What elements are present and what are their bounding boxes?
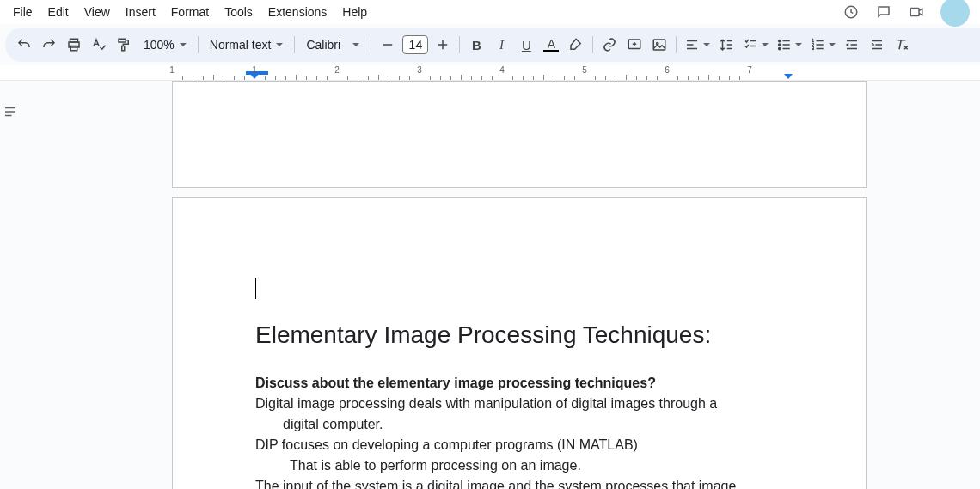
menu-tools[interactable]: Tools: [217, 2, 260, 22]
text-color-button[interactable]: A: [539, 33, 563, 57]
add-comment-button[interactable]: [622, 33, 646, 57]
font-size-increase-button[interactable]: [431, 33, 455, 57]
undo-button[interactable]: [12, 33, 36, 57]
font-size-decrease-button[interactable]: [376, 33, 400, 57]
menu-help[interactable]: Help: [334, 2, 375, 22]
ruler-tick: [213, 75, 214, 80]
chevron-down-icon: [703, 43, 710, 46]
paragraph-style-select[interactable]: Normal text: [203, 33, 291, 57]
bold-button[interactable]: B: [464, 33, 488, 57]
zoom-select[interactable]: 100%: [137, 33, 193, 57]
ruler-tick: [378, 75, 379, 80]
underline-button[interactable]: U: [514, 33, 538, 57]
separator: [198, 36, 199, 53]
ruler-number: 1: [169, 65, 175, 75]
toolbar: 100% Normal text Calibri 14 B I U A: [5, 28, 980, 62]
separator: [371, 36, 371, 53]
meet-icon[interactable]: [908, 3, 925, 21]
menu-format[interactable]: Format: [163, 2, 217, 22]
zoom-value: 100%: [144, 38, 175, 52]
insert-image-button[interactable]: [647, 33, 671, 57]
right-indent-marker[interactable]: [784, 74, 793, 79]
svg-rect-6: [122, 46, 125, 51]
ruler-tick: [193, 76, 193, 80]
ruler-number: 6: [665, 65, 670, 75]
doc-paragraph: digital computer.: [255, 414, 783, 435]
spellcheck-button[interactable]: [87, 33, 111, 57]
ruler-tick: [646, 76, 647, 80]
ruler-tick: [450, 76, 451, 80]
print-button[interactable]: [62, 33, 86, 57]
ruler-tick: [316, 76, 317, 80]
align-button[interactable]: [681, 33, 714, 57]
decrease-indent-button[interactable]: [840, 33, 864, 57]
highlight-button[interactable]: [564, 33, 588, 57]
menu-edit[interactable]: Edit: [40, 2, 77, 22]
ruler-tick: [265, 76, 266, 80]
history-icon[interactable]: [842, 3, 860, 21]
ruler-tick: [677, 76, 678, 80]
bulleted-list-button[interactable]: [773, 33, 805, 57]
ruler-tick: [327, 76, 328, 80]
ruler-tick: [182, 76, 183, 80]
clear-formatting-button[interactable]: [890, 33, 914, 57]
chevron-down-icon: [276, 43, 283, 46]
paint-format-button[interactable]: [112, 33, 136, 57]
svg-text:3: 3: [812, 46, 815, 51]
ruler-tick: [430, 76, 431, 80]
ruler-tick: [729, 76, 730, 80]
ruler-tick: [244, 76, 245, 80]
doc-paragraph: Digital image processing deals with mani…: [255, 394, 783, 414]
chevron-down-icon: [829, 43, 836, 46]
menu-view[interactable]: View: [77, 2, 118, 22]
line-spacing-button[interactable]: [714, 33, 738, 57]
avatar[interactable]: [940, 0, 970, 27]
redo-button[interactable]: [37, 33, 61, 57]
comments-icon[interactable]: [875, 3, 892, 21]
chevron-down-icon: [180, 43, 187, 46]
ruler-tick: [595, 76, 596, 80]
font-size-input[interactable]: 14: [402, 35, 428, 54]
ruler-number: 3: [417, 65, 422, 75]
checklist-button[interactable]: [739, 33, 772, 57]
italic-button[interactable]: I: [489, 33, 513, 57]
ruler-tick: [409, 76, 410, 80]
ruler-tick: [471, 76, 472, 80]
ruler-tick: [234, 76, 235, 80]
font-select[interactable]: Calibri: [299, 33, 366, 57]
ruler-tick: [358, 76, 358, 80]
menu-insert[interactable]: Insert: [118, 2, 163, 22]
ruler-tick: [719, 76, 720, 80]
ruler-tick: [440, 76, 441, 80]
svg-point-12: [779, 47, 781, 49]
ruler-tick: [543, 75, 544, 80]
ruler-number: 2: [334, 65, 340, 75]
ruler-tick: [698, 76, 699, 80]
increase-indent-button[interactable]: [865, 33, 889, 57]
font-value: Calibri: [306, 38, 340, 52]
ruler-tick: [533, 76, 534, 80]
separator: [459, 36, 460, 53]
menu-extensions[interactable]: Extensions: [260, 2, 334, 22]
document-page[interactable]: Elementary Image Processing Techniques: …: [172, 197, 867, 489]
insert-link-button[interactable]: [597, 33, 622, 57]
svg-rect-8: [654, 40, 666, 50]
menu-file[interactable]: File: [5, 2, 40, 22]
ruler-tick: [492, 76, 493, 80]
outline-toggle-button[interactable]: [0, 101, 21, 122]
ruler-number: 4: [499, 65, 505, 75]
ruler-tick: [296, 75, 297, 80]
numbered-list-button[interactable]: 123: [806, 33, 839, 57]
ruler-tick: [285, 76, 286, 80]
ruler-number: 1: [252, 65, 257, 75]
ruler-tick: [636, 76, 637, 80]
svg-rect-5: [119, 39, 126, 42]
text-cursor: [255, 278, 256, 299]
separator: [592, 36, 593, 53]
ruler[interactable]: 11234567: [0, 65, 980, 81]
doc-question: Discuss about the elementary image proce…: [255, 373, 783, 394]
doc-paragraph: The input of the system is a digital ima…: [255, 476, 783, 489]
svg-rect-1: [910, 9, 919, 16]
chevron-down-icon: [762, 43, 769, 46]
ruler-number: 7: [747, 65, 752, 75]
